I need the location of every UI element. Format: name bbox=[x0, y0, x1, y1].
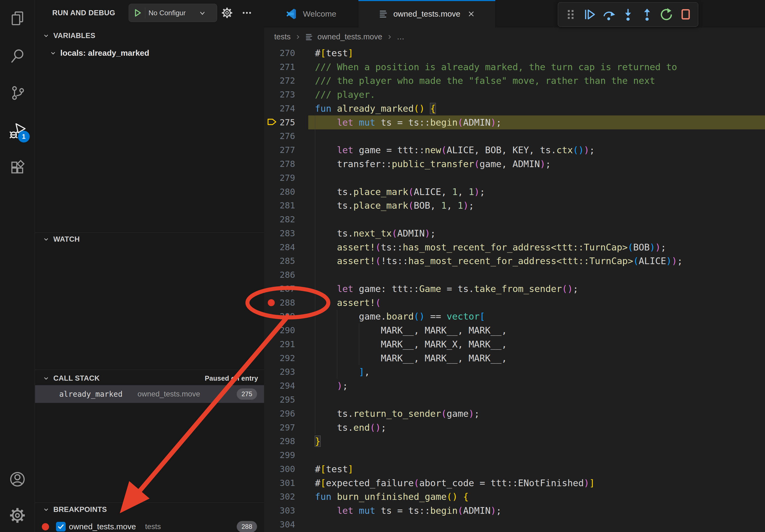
code-text[interactable]: ); bbox=[308, 379, 765, 393]
gutter[interactable]: 280 bbox=[264, 185, 308, 199]
code-line[interactable]: 293 ], bbox=[264, 365, 765, 379]
code-line[interactable]: 284 assert!(ts::has_most_recent_for_addr… bbox=[264, 240, 765, 254]
code-text[interactable]: MARK__, MARK_X, MARK__, bbox=[308, 337, 765, 351]
gutter[interactable]: 301 bbox=[264, 476, 308, 490]
code-text[interactable]: ts.place_mark(ALICE, 1, 1); bbox=[308, 185, 765, 199]
gutter[interactable]: 289 bbox=[264, 310, 308, 324]
gutter[interactable]: 286 bbox=[264, 268, 308, 282]
code-line[interactable]: 301#[expected_failure(abort_code = ttt::… bbox=[264, 476, 765, 490]
code-line[interactable]: 285 assert!(!ts::has_most_recent_for_add… bbox=[264, 254, 765, 268]
code-line[interactable]: 290 MARK__, MARK__, MARK__, bbox=[264, 323, 765, 337]
code-text[interactable] bbox=[308, 268, 765, 282]
code-line[interactable]: 303 let mut ts = ts::begin(ADMIN); bbox=[264, 504, 765, 518]
code-line[interactable]: 279 bbox=[264, 171, 765, 185]
code-line[interactable]: 304 bbox=[264, 518, 765, 531]
settings-gear-icon[interactable] bbox=[8, 506, 27, 525]
code-text[interactable] bbox=[308, 171, 765, 185]
code-text[interactable]: /// player. bbox=[308, 88, 765, 102]
step-over-icon[interactable] bbox=[601, 6, 617, 23]
code-line[interactable]: 286 bbox=[264, 268, 765, 282]
code-text[interactable]: let game: ttt::Game = ts.take_from_sende… bbox=[308, 282, 765, 296]
breadcrumb-item[interactable]: tests bbox=[274, 32, 291, 41]
code-text[interactable]: /// the player who made the "false" move… bbox=[308, 74, 765, 88]
step-out-icon[interactable] bbox=[639, 6, 655, 23]
restart-icon[interactable] bbox=[658, 6, 675, 23]
code-line[interactable]: 273/// player. bbox=[264, 88, 765, 102]
code-text[interactable]: let mut ts = ts::begin(ADMIN); bbox=[308, 116, 765, 130]
gutter[interactable]: 275 bbox=[264, 116, 308, 130]
stop-icon[interactable] bbox=[677, 6, 694, 23]
gutter[interactable]: 294 bbox=[264, 379, 308, 393]
code-editor[interactable]: 270#[test]271/// When a position is alre… bbox=[264, 46, 765, 531]
toolbar-drag-handle[interactable] bbox=[562, 6, 579, 23]
gutter[interactable]: 272 bbox=[264, 74, 308, 88]
code-text[interactable]: ], bbox=[308, 365, 765, 379]
chevron-down-icon[interactable] bbox=[199, 9, 206, 16]
code-line[interactable]: 278 transfer::public_transfer(game, ADMI… bbox=[264, 157, 765, 171]
gutter[interactable]: 290 bbox=[264, 323, 308, 337]
gutter[interactable]: 292 bbox=[264, 351, 308, 365]
breakpoint-dot-icon[interactable] bbox=[268, 299, 275, 306]
code-line[interactable]: 300#[test] bbox=[264, 462, 765, 476]
code-line[interactable]: 280 ts.place_mark(ALICE, 1, 1); bbox=[264, 185, 765, 199]
gutter[interactable]: 291 bbox=[264, 337, 308, 351]
step-into-icon[interactable] bbox=[620, 6, 636, 23]
code-text[interactable] bbox=[308, 393, 765, 406]
code-line[interactable]: 294 ); bbox=[264, 379, 765, 393]
code-text[interactable] bbox=[308, 448, 765, 462]
close-tab-icon[interactable] bbox=[467, 10, 475, 18]
start-debug-icon[interactable] bbox=[133, 8, 142, 18]
code-line[interactable]: 299 bbox=[264, 448, 765, 462]
code-line[interactable]: 275 let mut ts = ts::begin(ADMIN); bbox=[264, 116, 765, 130]
code-text[interactable]: let mut ts = ts::begin(ADMIN); bbox=[308, 504, 765, 518]
code-line[interactable]: 296 ts.return_to_sender(game); bbox=[264, 406, 765, 420]
code-text[interactable]: MARK__, MARK__, MARK__, bbox=[308, 351, 765, 365]
gutter[interactable]: 281 bbox=[264, 198, 308, 212]
code-line[interactable]: 282 bbox=[264, 212, 765, 226]
explorer-icon[interactable] bbox=[8, 9, 27, 28]
code-text[interactable]: #[test] bbox=[308, 46, 765, 60]
gutter[interactable]: 296 bbox=[264, 406, 308, 420]
code-text[interactable]: assert!(!ts::has_most_recent_for_address… bbox=[308, 254, 765, 268]
code-line[interactable]: 283 ts.next_tx(ADMIN); bbox=[264, 226, 765, 240]
code-text[interactable] bbox=[308, 212, 765, 226]
more-actions-icon[interactable] bbox=[240, 6, 254, 20]
code-text[interactable] bbox=[308, 518, 765, 531]
code-text[interactable]: fun burn_unfinished_game() { bbox=[308, 490, 765, 504]
gutter[interactable]: 282 bbox=[264, 212, 308, 226]
gutter[interactable]: 284 bbox=[264, 240, 308, 254]
code-text[interactable]: ts.end(); bbox=[308, 420, 765, 434]
gutter[interactable]: 283 bbox=[264, 226, 308, 240]
code-text[interactable]: #[test] bbox=[308, 462, 765, 476]
gutter[interactable]: 278 bbox=[264, 157, 308, 171]
extensions-icon[interactable] bbox=[8, 158, 27, 177]
code-text[interactable]: ts.place_mark(BOB, 1, 1); bbox=[308, 198, 765, 212]
run-config-label[interactable]: No Configur bbox=[149, 9, 199, 17]
tab-welcome[interactable]: Welcome bbox=[264, 0, 359, 28]
gutter[interactable]: 288 bbox=[264, 296, 308, 310]
debug-settings-gear-icon[interactable] bbox=[220, 6, 234, 20]
gutter[interactable]: 299 bbox=[264, 448, 308, 462]
account-icon[interactable] bbox=[8, 470, 27, 489]
code-line[interactable]: 288 assert!( bbox=[264, 296, 765, 310]
code-text[interactable]: #[expected_failure(abort_code = ttt::ENo… bbox=[308, 476, 765, 490]
gutter[interactable]: 293 bbox=[264, 365, 308, 379]
code-text[interactable]: transfer::public_transfer(game, ADMIN); bbox=[308, 157, 765, 171]
code-line[interactable]: 277 let game = ttt::new(ALICE, BOB, KEY,… bbox=[264, 143, 765, 157]
gutter[interactable]: 303 bbox=[264, 504, 308, 518]
code-line[interactable]: 270#[test] bbox=[264, 46, 765, 60]
code-line[interactable]: 281 ts.place_mark(BOB, 1, 1); bbox=[264, 198, 765, 212]
code-text[interactable]: ts.next_tx(ADMIN); bbox=[308, 226, 765, 240]
source-control-icon[interactable] bbox=[8, 83, 27, 102]
gutter[interactable]: 295 bbox=[264, 393, 308, 406]
code-text[interactable]: game.board() == vector[ bbox=[308, 310, 765, 324]
breakpoint-checkbox[interactable] bbox=[56, 522, 66, 531]
gutter[interactable]: 270 bbox=[264, 46, 308, 60]
code-line[interactable]: 287 let game: ttt::Game = ts.take_from_s… bbox=[264, 282, 765, 296]
gutter[interactable]: 302 bbox=[264, 490, 308, 504]
gutter[interactable]: 287 bbox=[264, 282, 308, 296]
code-text[interactable]: fun already_marked() { bbox=[308, 102, 765, 116]
tab-owned-tests-move[interactable]: owned_tests.move bbox=[359, 0, 495, 28]
code-line[interactable]: 302fun burn_unfinished_game() { bbox=[264, 490, 765, 504]
code-line[interactable]: 271/// When a position is already marked… bbox=[264, 60, 765, 74]
